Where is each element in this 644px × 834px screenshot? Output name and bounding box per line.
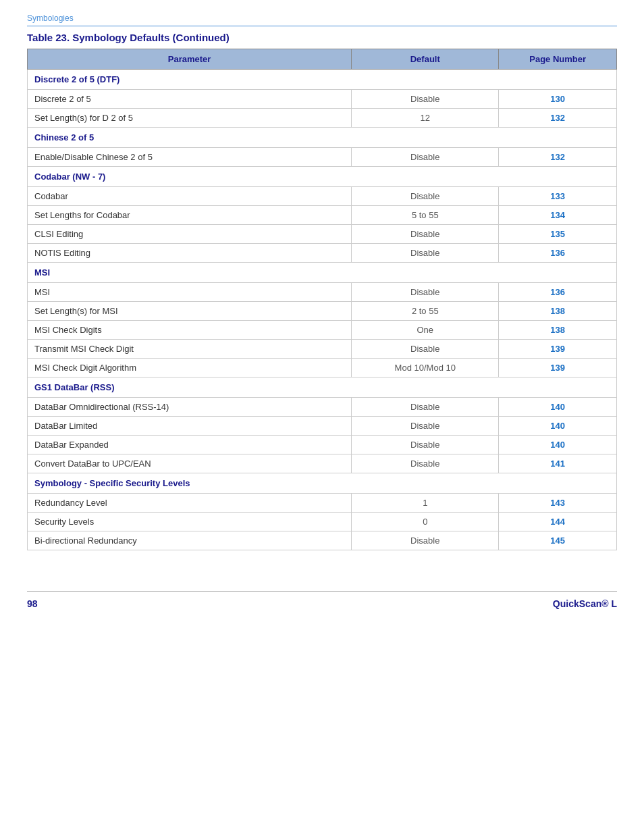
col-parameter: Parameter bbox=[28, 49, 352, 70]
table-header-row: Parameter Default Page Number bbox=[28, 49, 617, 70]
table-row: DataBar LimitedDisable140 bbox=[28, 417, 617, 436]
table-row: Convert DataBar to UPC/EANDisable141 bbox=[28, 454, 617, 473]
default-cell: 5 to 55 bbox=[352, 206, 499, 225]
default-cell: Mod 10/Mod 10 bbox=[352, 359, 499, 377]
page-cell: 138 bbox=[499, 321, 617, 340]
table-row: Enable/Disable Chinese 2 of 5Disable132 bbox=[28, 148, 617, 167]
section-header-row: Symbology - Specific Security Levels bbox=[28, 473, 617, 494]
table-row: Transmit MSI Check DigitDisable139 bbox=[28, 340, 617, 359]
page-cell: 136 bbox=[499, 283, 617, 302]
section-header-cell: Codabar (NW - 7) bbox=[28, 167, 617, 187]
param-cell: MSI Check Digit Algorithm bbox=[28, 359, 352, 377]
param-cell: Convert DataBar to UPC/EAN bbox=[28, 454, 352, 473]
default-cell: Disable bbox=[352, 436, 499, 454]
symbology-defaults-table: Parameter Default Page Number Discrete 2… bbox=[27, 49, 617, 550]
section-header-row: Codabar (NW - 7) bbox=[28, 167, 617, 187]
default-cell: 0 bbox=[352, 513, 499, 531]
table-row: Discrete 2 of 5Disable130 bbox=[28, 90, 617, 109]
footer-brand: QuickScan® L bbox=[553, 598, 617, 609]
table-row: Set Length(s) for D 2 of 512132 bbox=[28, 109, 617, 128]
default-cell: Disable bbox=[352, 90, 499, 109]
page-cell: 140 bbox=[499, 436, 617, 454]
default-cell: Disable bbox=[352, 148, 499, 167]
page-cell: 144 bbox=[499, 513, 617, 531]
page-footer: 98 QuickScan® L bbox=[27, 591, 617, 609]
table-row: Redundancy Level1143 bbox=[28, 494, 617, 513]
table-row: CodabarDisable133 bbox=[28, 187, 617, 206]
page-cell: 132 bbox=[499, 148, 617, 167]
table-row: MSI Check Digit AlgorithmMod 10/Mod 1013… bbox=[28, 359, 617, 377]
default-cell: Disable bbox=[352, 225, 499, 244]
table-row: MSIDisable136 bbox=[28, 283, 617, 302]
footer-page-number: 98 bbox=[27, 598, 38, 609]
default-cell: One bbox=[352, 321, 499, 340]
param-cell: Set Length(s) for D 2 of 5 bbox=[28, 109, 352, 128]
param-cell: DataBar Limited bbox=[28, 417, 352, 436]
section-header-row: MSI bbox=[28, 263, 617, 283]
page-cell: 136 bbox=[499, 244, 617, 263]
param-cell: MSI bbox=[28, 283, 352, 302]
param-cell: Redundancy Level bbox=[28, 494, 352, 513]
page-cell: 143 bbox=[499, 494, 617, 513]
section-header-cell: Symbology - Specific Security Levels bbox=[28, 473, 617, 494]
table-title: Table 23. Symbology Defaults (Continued) bbox=[27, 32, 617, 43]
page-cell: 139 bbox=[499, 340, 617, 359]
table-row: NOTIS EditingDisable136 bbox=[28, 244, 617, 263]
section-header-row: GS1 DataBar (RSS) bbox=[28, 377, 617, 398]
page-cell: 133 bbox=[499, 187, 617, 206]
param-cell: Enable/Disable Chinese 2 of 5 bbox=[28, 148, 352, 167]
param-cell: NOTIS Editing bbox=[28, 244, 352, 263]
table-row: DataBar ExpandedDisable140 bbox=[28, 436, 617, 454]
page-cell: 132 bbox=[499, 109, 617, 128]
section-header-cell: Discrete 2 of 5 (DTF) bbox=[28, 70, 617, 90]
page-cell: 135 bbox=[499, 225, 617, 244]
col-page-number: Page Number bbox=[499, 49, 617, 70]
table-row: Set Length(s) for MSI2 to 55138 bbox=[28, 302, 617, 321]
page-cell: 130 bbox=[499, 90, 617, 109]
table-row: Security Levels0144 bbox=[28, 513, 617, 531]
col-default: Default bbox=[352, 49, 499, 70]
table-row: Set Lengths for Codabar5 to 55134 bbox=[28, 206, 617, 225]
param-cell: CLSI Editing bbox=[28, 225, 352, 244]
default-cell: 12 bbox=[352, 109, 499, 128]
page-cell: 139 bbox=[499, 359, 617, 377]
default-cell: Disable bbox=[352, 187, 499, 206]
page-cell: 140 bbox=[499, 398, 617, 417]
default-cell: Disable bbox=[352, 417, 499, 436]
param-cell: Security Levels bbox=[28, 513, 352, 531]
param-cell: Codabar bbox=[28, 187, 352, 206]
page-cell: 134 bbox=[499, 206, 617, 225]
page-cell: 138 bbox=[499, 302, 617, 321]
param-cell: Transmit MSI Check Digit bbox=[28, 340, 352, 359]
default-cell: Disable bbox=[352, 340, 499, 359]
table-row: CLSI EditingDisable135 bbox=[28, 225, 617, 244]
default-cell: Disable bbox=[352, 244, 499, 263]
param-cell: DataBar Expanded bbox=[28, 436, 352, 454]
param-cell: Set Length(s) for MSI bbox=[28, 302, 352, 321]
default-cell: Disable bbox=[352, 283, 499, 302]
page-cell: 141 bbox=[499, 454, 617, 473]
default-cell: 1 bbox=[352, 494, 499, 513]
default-cell: Disable bbox=[352, 454, 499, 473]
param-cell: Bi-directional Redundancy bbox=[28, 531, 352, 550]
section-header-cell: GS1 DataBar (RSS) bbox=[28, 377, 617, 398]
breadcrumb: Symbologies bbox=[27, 14, 617, 26]
param-cell: Discrete 2 of 5 bbox=[28, 90, 352, 109]
section-header-row: Chinese 2 of 5 bbox=[28, 128, 617, 148]
table-row: DataBar Omnidirectional (RSS-14)Disable1… bbox=[28, 398, 617, 417]
param-cell: DataBar Omnidirectional (RSS-14) bbox=[28, 398, 352, 417]
default-cell: Disable bbox=[352, 531, 499, 550]
param-cell: Set Lengths for Codabar bbox=[28, 206, 352, 225]
default-cell: Disable bbox=[352, 398, 499, 417]
section-header-cell: MSI bbox=[28, 263, 617, 283]
param-cell: MSI Check Digits bbox=[28, 321, 352, 340]
section-header-cell: Chinese 2 of 5 bbox=[28, 128, 617, 148]
table-row: MSI Check DigitsOne138 bbox=[28, 321, 617, 340]
page-cell: 145 bbox=[499, 531, 617, 550]
table-row: Bi-directional RedundancyDisable145 bbox=[28, 531, 617, 550]
section-header-row: Discrete 2 of 5 (DTF) bbox=[28, 70, 617, 90]
page-cell: 140 bbox=[499, 417, 617, 436]
default-cell: 2 to 55 bbox=[352, 302, 499, 321]
